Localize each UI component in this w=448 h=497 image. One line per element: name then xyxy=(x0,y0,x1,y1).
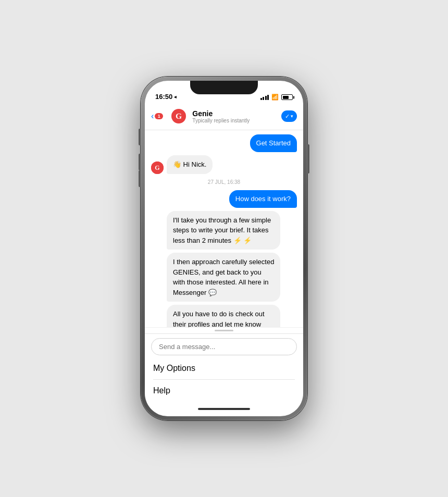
status-icons: 📶 xyxy=(260,94,293,101)
home-bar xyxy=(198,408,250,410)
msg-get-started: Get Started xyxy=(151,134,297,152)
options-area: My Options Help xyxy=(145,357,303,402)
chat-area: Get Started G 👋 Hi Nick. 27 JUL, 16:38 xyxy=(145,130,303,327)
bot-subtitle: Typically replies instantly xyxy=(192,118,281,123)
bubble-brief: I'll take you through a few simple steps… xyxy=(167,211,280,250)
home-indicator xyxy=(145,402,303,416)
svg-text:G: G xyxy=(155,164,159,171)
message-input[interactable] xyxy=(151,338,297,355)
check-icon: ✓ xyxy=(285,113,290,120)
timestamp-1: 27 JUL, 16:38 xyxy=(151,179,297,185)
back-badge: 1 xyxy=(155,113,163,119)
bubble-get-started: Get Started xyxy=(250,134,297,152)
status-time: 16:50 ◂ xyxy=(155,93,177,101)
bot-name: Genie xyxy=(192,109,281,118)
wifi-icon: 📶 xyxy=(271,94,279,101)
bubble-hi-nick: 👋 Hi Nick. xyxy=(167,155,213,174)
chevron-down-icon: ▾ xyxy=(291,114,293,119)
battery-fill xyxy=(283,96,289,99)
bot-avatar-small: G xyxy=(151,161,164,174)
header-info: Genie Typically replies instantly xyxy=(192,109,281,123)
phone-frame: 16:50 ◂ 📶 ‹ 1 xyxy=(141,77,307,420)
bot-avatar: G xyxy=(169,107,188,126)
input-area xyxy=(145,333,303,357)
bubble-how: How does it work? xyxy=(229,190,297,208)
battery-icon xyxy=(281,94,293,100)
drag-handle xyxy=(145,327,303,333)
phone-screen: 16:50 ◂ 📶 ‹ 1 xyxy=(145,81,303,416)
chat-header: ‹ 1 G Genie Typically replies instantly … xyxy=(145,104,303,130)
msg-hi-nick-row: G 👋 Hi Nick. xyxy=(151,155,297,174)
option-my-options[interactable]: My Options xyxy=(153,357,295,380)
bubble-genies: I then approach carefully selected GENIE… xyxy=(167,253,280,302)
back-chevron-icon: ‹ xyxy=(151,111,154,121)
msg-genies-row: I then approach carefully selected GENIE… xyxy=(151,253,297,302)
option-help[interactable]: Help xyxy=(153,380,295,402)
signal-icon xyxy=(260,95,269,100)
msg-how-right: How does it work? xyxy=(151,190,297,208)
location-icon: ◂ xyxy=(174,94,177,100)
bubble-check: All you have to do is check out their pr… xyxy=(167,305,280,327)
header-action-button[interactable]: ✓ ▾ xyxy=(281,110,297,122)
notch xyxy=(190,81,258,94)
msg-brief-row: I'll take you through a few simple steps… xyxy=(151,211,297,250)
back-button[interactable]: ‹ 1 xyxy=(151,111,163,121)
svg-text:G: G xyxy=(176,111,182,120)
genie-logo-icon: G xyxy=(171,109,186,123)
msg-check-row: G All you have to do is check out their … xyxy=(151,305,297,327)
